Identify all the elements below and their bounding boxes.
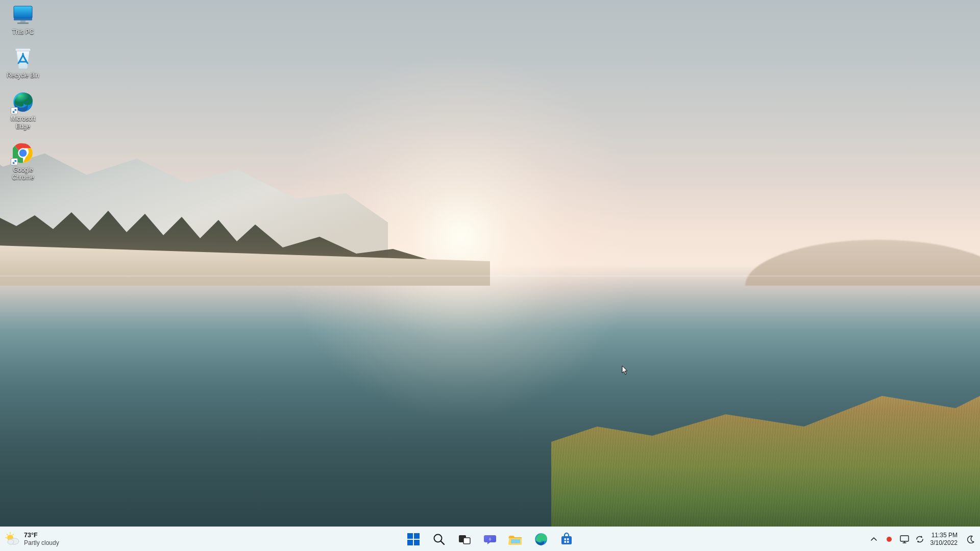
shortcut-arrow-icon bbox=[11, 107, 18, 114]
edge-icon bbox=[12, 91, 34, 113]
svg-rect-16 bbox=[407, 533, 413, 539]
microsoft-store-button[interactable] bbox=[555, 528, 578, 550]
weather-partly-cloudy-icon bbox=[5, 532, 19, 546]
taskbar: 73°F Partly cloudy bbox=[0, 527, 980, 551]
chevron-up-icon bbox=[870, 536, 877, 543]
system-tray: 11:35 PM 3/10/2022 bbox=[869, 527, 976, 551]
search-icon bbox=[432, 533, 446, 546]
shortcut-arrow-icon bbox=[11, 158, 18, 165]
svg-rect-29 bbox=[565, 541, 567, 543]
desktop-icon-recycle-bin[interactable]: Recycle Bin bbox=[3, 47, 43, 80]
search-button[interactable] bbox=[428, 528, 450, 550]
svg-line-12 bbox=[7, 534, 8, 535]
start-button[interactable] bbox=[402, 528, 425, 550]
task-view-icon bbox=[458, 533, 471, 546]
svg-point-15 bbox=[8, 539, 14, 544]
svg-rect-4 bbox=[15, 48, 31, 51]
recording-indicator[interactable] bbox=[885, 535, 894, 544]
task-view-button[interactable] bbox=[453, 528, 476, 550]
clock-time: 11:35 PM bbox=[930, 532, 958, 539]
desktop-icon-chrome[interactable]: GoogleChrome bbox=[3, 142, 43, 182]
svg-line-21 bbox=[441, 541, 444, 544]
svg-rect-1 bbox=[14, 18, 32, 20]
desktop-icon-label: GoogleChrome bbox=[12, 166, 34, 182]
focus-assist-button[interactable] bbox=[966, 534, 976, 544]
svg-rect-19 bbox=[414, 540, 420, 545]
svg-line-13 bbox=[13, 534, 14, 535]
weather-widget[interactable]: 73°F Partly cloudy bbox=[5, 527, 59, 551]
svg-rect-3 bbox=[17, 22, 29, 24]
edge-button[interactable] bbox=[530, 528, 552, 550]
windows-logo-icon bbox=[407, 533, 420, 546]
sync-icon bbox=[915, 535, 924, 544]
display-icon bbox=[900, 535, 909, 543]
svg-rect-28 bbox=[567, 538, 569, 540]
svg-rect-27 bbox=[565, 538, 567, 540]
desktop-icon-label: This PC bbox=[12, 29, 34, 36]
svg-rect-0 bbox=[14, 6, 32, 18]
record-icon bbox=[886, 536, 892, 542]
desktop-icon-this-pc[interactable]: This PC bbox=[3, 4, 43, 36]
desktop-icons: This PC Recycle Bin bbox=[3, 4, 43, 182]
svg-rect-17 bbox=[414, 533, 420, 539]
desktop-icon-edge[interactable]: MicrosoftEdge bbox=[3, 91, 43, 131]
chat-icon bbox=[483, 533, 497, 546]
svg-rect-2 bbox=[20, 20, 26, 22]
folder-icon bbox=[508, 533, 523, 546]
svg-rect-32 bbox=[900, 536, 909, 541]
svg-rect-23 bbox=[463, 538, 470, 544]
desktop-wallpaper bbox=[0, 0, 980, 551]
file-explorer-button[interactable] bbox=[504, 528, 527, 550]
svg-rect-26 bbox=[561, 536, 572, 544]
taskbar-center bbox=[402, 528, 578, 550]
weather-text: 73°F Partly cloudy bbox=[24, 532, 59, 547]
desktop-icon-label: MicrosoftEdge bbox=[11, 115, 36, 131]
recycle-bin-icon bbox=[12, 47, 34, 70]
chat-button[interactable] bbox=[479, 528, 501, 550]
onedrive-sync-tray[interactable] bbox=[915, 535, 924, 544]
desktop-icon-label: Recycle Bin bbox=[7, 72, 39, 80]
weather-temp: 73°F bbox=[24, 532, 59, 539]
taskbar-clock[interactable]: 11:35 PM 3/10/2022 bbox=[930, 532, 958, 547]
svg-rect-18 bbox=[407, 540, 413, 545]
chrome-icon bbox=[12, 142, 34, 164]
store-icon bbox=[560, 533, 573, 546]
svg-point-8 bbox=[19, 149, 27, 157]
moon-icon bbox=[967, 535, 975, 543]
this-pc-icon bbox=[12, 4, 34, 27]
svg-point-31 bbox=[887, 537, 892, 542]
show-hidden-icons-button[interactable] bbox=[869, 535, 878, 544]
svg-rect-30 bbox=[567, 541, 569, 543]
clock-date: 3/10/2022 bbox=[930, 539, 958, 547]
edge-icon bbox=[534, 533, 548, 546]
display-settings-tray[interactable] bbox=[900, 535, 909, 544]
svg-rect-24 bbox=[511, 539, 520, 543]
weather-desc: Partly cloudy bbox=[24, 539, 59, 547]
